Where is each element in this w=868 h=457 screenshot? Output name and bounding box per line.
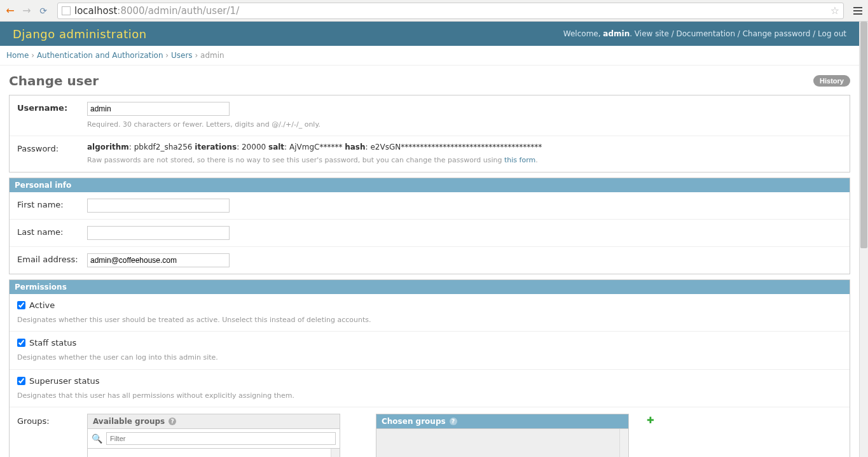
row-staff: Staff status Designates whether the user… (10, 332, 850, 369)
browser-menu-button[interactable] (851, 7, 864, 15)
sep: . (630, 29, 635, 38)
available-groups-box: Available groups ? 🔍 (87, 414, 340, 457)
browser-toolbar: ← → ⟳ localhost:8000/admin/auth/user/1/ … (0, 0, 868, 22)
active-checkbox[interactable] (17, 301, 25, 309)
change-password-link[interactable]: Change password (743, 29, 811, 38)
heading-personal-info: Personal info (10, 178, 850, 192)
heading-permissions: Permissions (10, 280, 850, 294)
help-superuser: Designates that this user has all permis… (17, 391, 842, 400)
first-name-input[interactable] (87, 199, 230, 213)
search-icon: 🔍 (92, 433, 102, 444)
scrollbar[interactable] (619, 429, 628, 457)
password-display: algorithm: pbkdf2_sha256 iterations: 200… (87, 143, 842, 151)
url-text: localhost:8000/admin/auth/user/1/ (74, 5, 827, 17)
add-group-button[interactable]: ✚ (647, 414, 654, 425)
superuser-checkbox[interactable] (17, 377, 25, 385)
available-groups-heading: Available groups ? (88, 414, 340, 429)
scrollbar[interactable] (331, 449, 340, 457)
breadcrumb-home[interactable]: Home (6, 51, 29, 60)
label-email: Email address: (17, 253, 87, 264)
user-tools: Welcome, admin. View site / Documentatio… (563, 29, 846, 38)
page-viewport: Django administration Welcome, admin. Vi… (0, 22, 868, 457)
label-superuser[interactable]: Superuser status (17, 376, 100, 386)
groups-filter-input[interactable] (106, 432, 336, 445)
help-icon[interactable]: ? (169, 418, 176, 425)
current-user: admin (603, 29, 630, 38)
welcome-text: Welcome, (563, 29, 603, 38)
label-last-name: Last name: (17, 226, 87, 237)
chosen-groups-box: Chosen groups ? (376, 414, 629, 457)
bookmark-star-icon[interactable]: ☆ (830, 4, 839, 17)
django-header: Django administration Welcome, admin. Vi… (0, 22, 859, 46)
site-title: Django administration (13, 27, 147, 41)
page-title: Change user (9, 73, 99, 88)
page-icon (62, 6, 71, 15)
row-first-name: First name: (10, 192, 850, 220)
help-staff: Designates whether the user can log into… (17, 353, 842, 362)
label-staff[interactable]: Staff status (17, 338, 76, 348)
breadcrumb: Home › Authentication and Authorization … (0, 46, 859, 66)
history-button[interactable]: History (813, 75, 850, 87)
view-site-link[interactable]: View site (635, 29, 669, 38)
email-input[interactable] (87, 253, 230, 267)
reload-button[interactable]: ⟳ (37, 4, 50, 17)
label-active[interactable]: Active (17, 300, 55, 310)
help-active: Designates whether this user should be t… (17, 315, 842, 325)
label-first-name: First name: (17, 199, 87, 209)
staff-checkbox[interactable] (17, 339, 25, 347)
chosen-groups-list[interactable] (376, 429, 628, 457)
breadcrumb-app[interactable]: Authentication and Authorization (37, 51, 163, 60)
label-username: Username: (17, 102, 87, 113)
help-password: Raw passwords are not stored, so there i… (87, 155, 842, 165)
documentation-link[interactable]: Documentation (677, 29, 736, 38)
selector-controls: ➜ (352, 414, 364, 457)
row-email: Email address: (10, 247, 850, 274)
nav-forward-button[interactable]: → (20, 4, 33, 17)
last-name-input[interactable] (87, 226, 230, 240)
chosen-groups-heading: Chosen groups ? (376, 414, 628, 429)
label-password: Password: (17, 143, 87, 153)
module-basic: Username: Required. 30 characters or few… (9, 95, 850, 172)
row-password: Password: algorithm: pbkdf2_sha256 itera… (10, 136, 850, 171)
row-username: Username: Required. 30 characters or few… (10, 95, 850, 136)
address-bar[interactable]: localhost:8000/admin/auth/user/1/ ☆ (57, 3, 844, 19)
change-password-form-link[interactable]: this form (504, 156, 535, 164)
breadcrumb-model[interactable]: Users (171, 51, 193, 60)
breadcrumb-current: admin (200, 51, 224, 60)
row-groups: Groups: Available groups ? 🔍 (10, 407, 850, 457)
module-personal-info: Personal info First name: Last name: Ema… (9, 178, 850, 274)
module-permissions: Permissions Active Designates whether th… (9, 279, 850, 457)
help-username: Required. 30 characters or fewer. Letter… (87, 120, 842, 129)
label-groups: Groups: (17, 414, 87, 457)
row-active: Active Designates whether this user shou… (10, 294, 850, 332)
username-input[interactable] (87, 102, 230, 116)
row-superuser: Superuser status Designates that this us… (10, 370, 850, 407)
available-groups-list[interactable] (88, 449, 340, 457)
page-scrollbar[interactable] (859, 22, 868, 457)
groups-filter-bar: 🔍 (88, 429, 340, 449)
row-last-name: Last name: (10, 220, 850, 247)
help-icon[interactable]: ? (450, 418, 457, 425)
nav-back-button[interactable]: ← (4, 4, 17, 17)
logout-link[interactable]: Log out (818, 29, 846, 38)
